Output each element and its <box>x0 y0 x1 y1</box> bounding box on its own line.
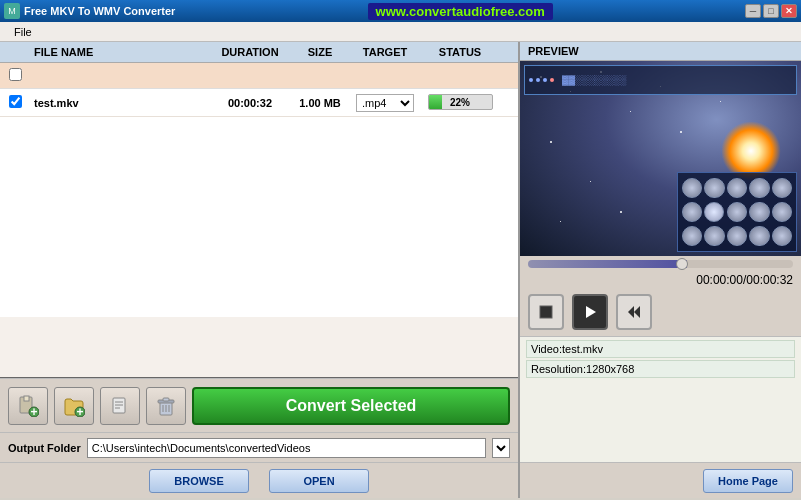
dot <box>543 78 547 82</box>
header-target: TARGET <box>350 46 420 58</box>
clear-button[interactable] <box>100 387 140 425</box>
maximize-button[interactable]: □ <box>763 4 779 18</box>
ctrl-btn <box>749 202 769 222</box>
dot <box>536 78 540 82</box>
add-file-button[interactable]: + <box>8 387 48 425</box>
rewind-icon <box>626 304 642 320</box>
ctrl-btn <box>682 226 702 246</box>
overlay-text: ▓▓░░░░░░░░ <box>562 75 626 85</box>
add-file-icon: + <box>17 395 39 417</box>
ctrl-btn <box>749 178 769 198</box>
seek-bar-container <box>520 256 801 272</box>
svg-text:+: + <box>76 405 83 417</box>
progress-bar: 22% <box>428 94 493 110</box>
preview-video: ▓▓░░░░░░░░ <box>520 61 801 256</box>
right-panel: PREVIEW <box>520 42 801 498</box>
progress-label: 22% <box>429 97 492 108</box>
svg-rect-16 <box>540 306 552 318</box>
dot <box>529 78 533 82</box>
add-folder-icon: + <box>63 395 85 417</box>
browse-button[interactable]: BROWSE <box>149 469 249 493</box>
delete-icon <box>155 395 177 417</box>
header-duration: DURATION <box>210 46 290 58</box>
output-folder-input[interactable] <box>87 438 486 458</box>
play-button[interactable] <box>572 294 608 330</box>
seek-bar[interactable] <box>528 260 793 268</box>
file-info-panel: Video:test.mkv Resolution:1280x768 <box>520 336 801 462</box>
main-layout: FILE NAME DURATION SIZE TARGET STATUS te… <box>0 42 801 498</box>
home-page-button[interactable]: Home Page <box>703 469 793 493</box>
svg-rect-12 <box>163 398 169 401</box>
star <box>550 141 552 143</box>
ctrl-btn <box>704 226 724 246</box>
output-folder-area: Output Folder <box>0 432 518 462</box>
file-list: test.mkv 00:00:32 1.00 MB .mp4 .wmv .avi… <box>0 63 518 377</box>
header-status: STATUS <box>420 46 500 58</box>
seek-handle[interactable] <box>676 258 688 270</box>
ctrl-btn <box>727 178 747 198</box>
stop-button[interactable] <box>528 294 564 330</box>
ctrl-btn <box>772 226 792 246</box>
left-panel: FILE NAME DURATION SIZE TARGET STATUS te… <box>0 42 520 498</box>
file-table-header: FILE NAME DURATION SIZE TARGET STATUS <box>0 42 518 63</box>
ctrl-btn <box>749 226 769 246</box>
row-size: 1.00 MB <box>290 97 350 109</box>
video-background: ▓▓░░░░░░░░ <box>520 61 801 256</box>
minimize-button[interactable]: ─ <box>745 4 761 18</box>
svg-marker-18 <box>628 306 634 318</box>
video-ui-overlay-top: ▓▓░░░░░░░░ <box>524 65 797 95</box>
toolbar: + + <box>0 377 518 432</box>
svg-marker-19 <box>634 306 640 318</box>
ctrl-btn <box>682 178 702 198</box>
output-folder-dropdown[interactable] <box>492 438 510 458</box>
select-all-checkbox[interactable] <box>9 68 22 81</box>
star <box>720 101 721 102</box>
window-controls: ─ □ ✕ <box>745 4 797 18</box>
menu-bar: File <box>0 22 801 42</box>
empty-rows <box>0 117 518 317</box>
output-folder-label: Output Folder <box>8 442 81 454</box>
row-filename: test.mkv <box>30 97 210 109</box>
ctrl-btn <box>682 202 702 222</box>
delete-button[interactable] <box>146 387 186 425</box>
table-row: test.mkv 00:00:32 1.00 MB .mp4 .wmv .avi… <box>0 89 518 117</box>
ctrl-btn <box>727 226 747 246</box>
row-checkbox-col <box>0 95 30 111</box>
window-title: Free MKV To WMV Converter <box>24 5 175 17</box>
clear-icon <box>109 395 131 417</box>
file-info-resolution: Resolution:1280x768 <box>526 360 795 378</box>
menu-file[interactable]: File <box>6 24 40 40</box>
time-display: 00:00:00 / 00:00:32 <box>520 272 801 288</box>
home-page-area: Home Page <box>520 462 801 498</box>
ctrl-btn <box>704 202 724 222</box>
convert-selected-button[interactable]: Convert Selected <box>192 387 510 425</box>
row-checkbox[interactable] <box>9 95 22 108</box>
ctrl-btn <box>772 178 792 198</box>
rewind-button[interactable] <box>616 294 652 330</box>
svg-rect-1 <box>24 396 29 401</box>
row-target-select[interactable]: .mp4 .wmv .avi <box>356 94 414 112</box>
open-button[interactable]: OPEN <box>269 469 369 493</box>
stop-icon <box>538 304 554 320</box>
star <box>590 181 591 182</box>
video-ui-overlay-bottom <box>677 172 797 252</box>
browse-open-area: BROWSE OPEN <box>0 462 518 498</box>
add-folder-button[interactable]: + <box>54 387 94 425</box>
row-header-check <box>0 68 30 84</box>
close-button[interactable]: ✕ <box>781 4 797 18</box>
dot <box>550 78 554 82</box>
star <box>620 211 622 213</box>
title-bar-left: M Free MKV To WMV Converter <box>4 3 175 19</box>
time-current: 00:00:00 <box>696 273 743 287</box>
ctrl-btn <box>704 178 724 198</box>
overlay-dots <box>529 78 554 82</box>
header-filename: FILE NAME <box>30 46 210 58</box>
row-target-col: .mp4 .wmv .avi <box>350 94 420 112</box>
svg-marker-17 <box>586 306 596 318</box>
file-row-blank-header <box>0 63 518 89</box>
row-duration: 00:00:32 <box>210 97 290 109</box>
preview-header: PREVIEW <box>520 42 801 61</box>
app-icon: M <box>4 3 20 19</box>
svg-text:+: + <box>30 405 37 417</box>
header-size: SIZE <box>290 46 350 58</box>
